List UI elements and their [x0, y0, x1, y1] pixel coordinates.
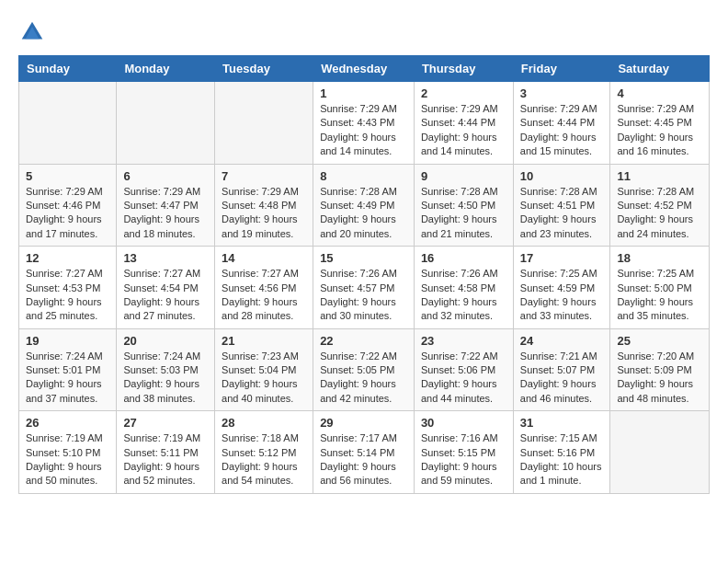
week-row-3: 12Sunrise: 7:27 AMSunset: 4:53 PMDayligh… — [19, 247, 710, 329]
week-row-4: 19Sunrise: 7:24 AMSunset: 5:01 PMDayligh… — [19, 328, 710, 411]
day-number: 23 — [421, 334, 506, 348]
calendar-cell: 12Sunrise: 7:27 AMSunset: 4:53 PMDayligh… — [19, 247, 117, 329]
calendar-cell: 24Sunrise: 7:21 AMSunset: 5:07 PMDayligh… — [513, 328, 610, 411]
calendar-cell: 27Sunrise: 7:19 AMSunset: 5:11 PMDayligh… — [117, 411, 215, 494]
logo — [18, 18, 50, 46]
calendar-cell: 26Sunrise: 7:19 AMSunset: 5:10 PMDayligh… — [19, 411, 117, 494]
day-content: Sunrise: 7:20 AMSunset: 5:09 PMDaylight:… — [617, 350, 702, 407]
day-content: Sunrise: 7:28 AMSunset: 4:49 PMDaylight:… — [320, 185, 407, 242]
day-content: Sunrise: 7:27 AMSunset: 4:56 PMDaylight:… — [222, 267, 306, 324]
day-number: 30 — [421, 416, 506, 430]
calendar-cell: 23Sunrise: 7:22 AMSunset: 5:06 PMDayligh… — [414, 328, 513, 411]
weekday-header-monday: Monday — [117, 56, 215, 82]
day-number: 5 — [26, 169, 109, 183]
calendar-cell: 20Sunrise: 7:24 AMSunset: 5:03 PMDayligh… — [117, 328, 215, 411]
calendar-cell — [610, 411, 710, 494]
day-number: 3 — [520, 86, 604, 100]
calendar-header: SundayMondayTuesdayWednesdayThursdayFrid… — [19, 56, 710, 82]
day-content: Sunrise: 7:19 AMSunset: 5:10 PMDaylight:… — [26, 431, 109, 488]
day-number: 19 — [26, 334, 109, 348]
day-content: Sunrise: 7:15 AMSunset: 5:16 PMDaylight:… — [520, 431, 604, 488]
calendar-cell: 14Sunrise: 7:27 AMSunset: 4:56 PMDayligh… — [215, 247, 313, 329]
calendar-cell: 19Sunrise: 7:24 AMSunset: 5:01 PMDayligh… — [19, 328, 117, 411]
calendar-cell: 25Sunrise: 7:20 AMSunset: 5:09 PMDayligh… — [610, 328, 710, 411]
day-number: 1 — [320, 86, 407, 100]
week-row-2: 5Sunrise: 7:29 AMSunset: 4:46 PMDaylight… — [19, 164, 710, 247]
weekday-header-tuesday: Tuesday — [215, 56, 313, 82]
calendar-cell: 9Sunrise: 7:28 AMSunset: 4:50 PMDaylight… — [414, 164, 513, 247]
calendar-cell: 3Sunrise: 7:29 AMSunset: 4:44 PMDaylight… — [513, 82, 610, 165]
day-content: Sunrise: 7:26 AMSunset: 4:57 PMDaylight:… — [320, 267, 407, 324]
day-content: Sunrise: 7:16 AMSunset: 5:15 PMDaylight:… — [421, 431, 506, 488]
day-content: Sunrise: 7:25 AMSunset: 5:00 PMDaylight:… — [617, 267, 702, 324]
calendar-cell: 11Sunrise: 7:28 AMSunset: 4:52 PMDayligh… — [610, 164, 710, 247]
day-content: Sunrise: 7:23 AMSunset: 5:04 PMDaylight:… — [222, 350, 306, 407]
calendar-cell: 29Sunrise: 7:17 AMSunset: 5:14 PMDayligh… — [313, 411, 415, 494]
day-content: Sunrise: 7:29 AMSunset: 4:44 PMDaylight:… — [421, 102, 506, 159]
day-content: Sunrise: 7:26 AMSunset: 4:58 PMDaylight:… — [421, 267, 506, 324]
day-number: 28 — [222, 416, 306, 430]
day-content: Sunrise: 7:29 AMSunset: 4:46 PMDaylight:… — [26, 185, 109, 242]
calendar-cell: 7Sunrise: 7:29 AMSunset: 4:48 PMDaylight… — [215, 164, 313, 247]
week-row-1: 1Sunrise: 7:29 AMSunset: 4:43 PMDaylight… — [19, 82, 710, 165]
day-content: Sunrise: 7:28 AMSunset: 4:50 PMDaylight:… — [421, 185, 506, 242]
day-number: 8 — [320, 169, 407, 183]
day-number: 4 — [617, 86, 702, 100]
weekday-header-saturday: Saturday — [610, 56, 710, 82]
day-number: 20 — [123, 334, 208, 348]
day-number: 27 — [123, 416, 208, 430]
calendar-cell: 8Sunrise: 7:28 AMSunset: 4:49 PMDaylight… — [313, 164, 415, 247]
calendar-cell: 31Sunrise: 7:15 AMSunset: 5:16 PMDayligh… — [513, 411, 610, 494]
day-content: Sunrise: 7:29 AMSunset: 4:44 PMDaylight:… — [520, 102, 604, 159]
week-row-5: 26Sunrise: 7:19 AMSunset: 5:10 PMDayligh… — [19, 411, 710, 494]
calendar-cell: 13Sunrise: 7:27 AMSunset: 4:54 PMDayligh… — [117, 247, 215, 329]
day-number: 10 — [520, 169, 604, 183]
day-number: 16 — [421, 251, 506, 265]
day-content: Sunrise: 7:25 AMSunset: 4:59 PMDaylight:… — [520, 267, 604, 324]
day-number: 6 — [123, 169, 208, 183]
day-number: 13 — [123, 251, 208, 265]
calendar-cell: 17Sunrise: 7:25 AMSunset: 4:59 PMDayligh… — [513, 247, 610, 329]
day-number: 24 — [520, 334, 604, 348]
day-number: 2 — [421, 86, 506, 100]
calendar-cell: 10Sunrise: 7:28 AMSunset: 4:51 PMDayligh… — [513, 164, 610, 247]
day-content: Sunrise: 7:19 AMSunset: 5:11 PMDaylight:… — [123, 431, 208, 488]
day-number: 21 — [222, 334, 306, 348]
calendar-cell: 5Sunrise: 7:29 AMSunset: 4:46 PMDaylight… — [19, 164, 117, 247]
day-number: 12 — [26, 251, 109, 265]
day-content: Sunrise: 7:21 AMSunset: 5:07 PMDaylight:… — [520, 350, 604, 407]
day-content: Sunrise: 7:27 AMSunset: 4:54 PMDaylight:… — [123, 267, 208, 324]
day-number: 25 — [617, 334, 702, 348]
day-content: Sunrise: 7:17 AMSunset: 5:14 PMDaylight:… — [320, 431, 407, 488]
calendar-cell — [117, 82, 215, 165]
calendar-table: SundayMondayTuesdayWednesdayThursdayFrid… — [18, 55, 710, 494]
calendar-cell: 6Sunrise: 7:29 AMSunset: 4:47 PMDaylight… — [117, 164, 215, 247]
day-number: 9 — [421, 169, 506, 183]
calendar-cell: 1Sunrise: 7:29 AMSunset: 4:43 PMDaylight… — [313, 82, 415, 165]
day-content: Sunrise: 7:24 AMSunset: 5:01 PMDaylight:… — [26, 350, 109, 407]
day-number: 14 — [222, 251, 306, 265]
day-content: Sunrise: 7:24 AMSunset: 5:03 PMDaylight:… — [123, 350, 208, 407]
calendar-cell — [215, 82, 313, 165]
calendar-cell: 4Sunrise: 7:29 AMSunset: 4:45 PMDaylight… — [610, 82, 710, 165]
calendar-body: 1Sunrise: 7:29 AMSunset: 4:43 PMDaylight… — [19, 82, 710, 494]
page-header — [18, 18, 710, 46]
day-content: Sunrise: 7:27 AMSunset: 4:53 PMDaylight:… — [26, 267, 109, 324]
calendar-cell: 2Sunrise: 7:29 AMSunset: 4:44 PMDaylight… — [414, 82, 513, 165]
calendar-cell: 21Sunrise: 7:23 AMSunset: 5:04 PMDayligh… — [215, 328, 313, 411]
calendar-cell: 16Sunrise: 7:26 AMSunset: 4:58 PMDayligh… — [414, 247, 513, 329]
day-number: 31 — [520, 416, 604, 430]
calendar-cell: 30Sunrise: 7:16 AMSunset: 5:15 PMDayligh… — [414, 411, 513, 494]
day-content: Sunrise: 7:29 AMSunset: 4:47 PMDaylight:… — [123, 185, 208, 242]
day-number: 15 — [320, 251, 407, 265]
day-content: Sunrise: 7:22 AMSunset: 5:06 PMDaylight:… — [421, 350, 506, 407]
day-content: Sunrise: 7:28 AMSunset: 4:52 PMDaylight:… — [617, 185, 702, 242]
day-number: 22 — [320, 334, 407, 348]
logo-icon — [18, 18, 46, 46]
weekday-header-row: SundayMondayTuesdayWednesdayThursdayFrid… — [19, 56, 710, 82]
day-number: 26 — [26, 416, 109, 430]
weekday-header-wednesday: Wednesday — [313, 56, 415, 82]
day-content: Sunrise: 7:22 AMSunset: 5:05 PMDaylight:… — [320, 350, 407, 407]
day-content: Sunrise: 7:29 AMSunset: 4:43 PMDaylight:… — [320, 102, 407, 159]
day-number: 11 — [617, 169, 702, 183]
